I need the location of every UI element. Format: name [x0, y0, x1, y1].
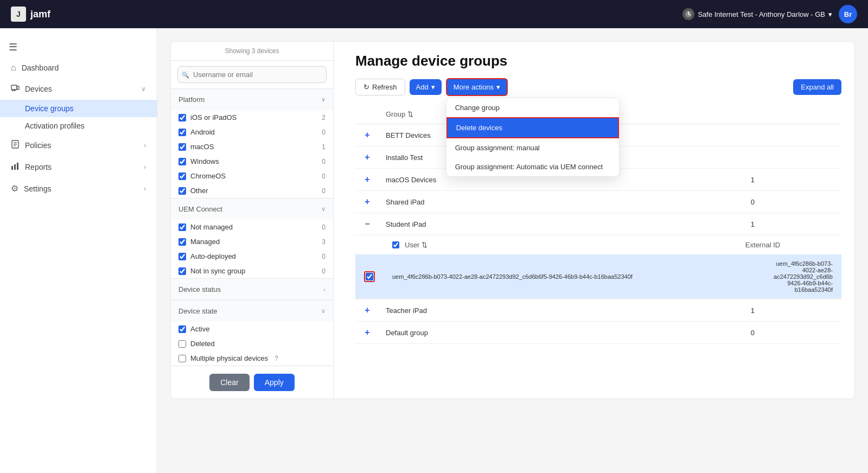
windows-checkbox[interactable] — [178, 158, 186, 165]
row-checkbox[interactable] — [366, 273, 373, 280]
dashboard-icon: ⌂ — [11, 63, 16, 73]
shared-ipad-count: 0 — [744, 191, 841, 213]
filter-not-managed: Not managed 0 — [171, 220, 333, 234]
more-actions-button[interactable]: More actions ▾ — [446, 78, 508, 96]
filter-android: Android 0 — [171, 125, 333, 139]
sidebar-item-devices[interactable]: Devices ∨ — [0, 78, 157, 100]
expand-default-group-button[interactable]: + — [362, 327, 373, 338]
help-icon[interactable]: ? — [275, 355, 278, 362]
uem-label: UEM Connect — [178, 205, 222, 213]
select-all-checkbox[interactable] — [392, 241, 399, 248]
filter-windows-label: Windows — [190, 157, 219, 165]
android-checkbox[interactable] — [178, 129, 186, 136]
clear-button[interactable]: Clear — [209, 374, 249, 391]
expand-installo-button[interactable]: + — [362, 152, 373, 163]
avatar[interactable]: Br — [839, 5, 857, 23]
filter-not-sync: Not in sync group 0 — [171, 264, 333, 278]
device-state-header[interactable]: Device state ∨ — [171, 301, 333, 322]
expand-shared-ipad-button[interactable]: + — [362, 196, 373, 207]
filter-section-platform: Platform ∨ iOS or iPadOS 2 Android 0 — [171, 89, 333, 199]
bett-devices-count — [744, 124, 841, 146]
filter-chromeos: ChromeOS 0 — [171, 169, 333, 183]
default-group-label: Default group — [379, 322, 744, 344]
topnav-left: J jamf — [11, 7, 50, 22]
platform-label: Platform — [178, 95, 205, 104]
device-state-label: Device state — [178, 307, 218, 315]
ios-checkbox[interactable] — [178, 114, 186, 122]
sidebar-item-dashboard[interactable]: ⌂ Dashboard — [0, 57, 157, 78]
sub-table: User ⇅ External ID — [355, 235, 841, 299]
apply-button[interactable]: Apply — [254, 374, 295, 391]
auto-deployed-checkbox[interactable] — [178, 253, 186, 260]
sidebar-item-reports[interactable]: Reports › — [0, 156, 157, 178]
chromeos-checkbox[interactable] — [178, 172, 186, 180]
add-chevron-icon: ▾ — [431, 83, 435, 91]
device-state-chevron-icon: ∨ — [321, 308, 326, 315]
uem-chevron-icon: ∨ — [321, 206, 326, 213]
logo[interactable]: J jamf — [11, 7, 50, 22]
org-name: Safe Internet Test - Anthony Darlow - GB — [698, 10, 825, 18]
multiple-physical-checkbox[interactable] — [178, 355, 186, 362]
filter-active: Active — [171, 322, 333, 336]
user-sort[interactable]: User ⇅ — [392, 241, 728, 249]
uem-header[interactable]: UEM Connect ∨ — [171, 199, 333, 220]
expand-teacher-ipad-button[interactable]: + — [362, 305, 373, 316]
dropdown-group-assignment-manual[interactable]: Group assignment: manual — [446, 138, 619, 157]
filter-actions: Clear Apply — [171, 366, 333, 399]
devices-icon — [11, 84, 20, 94]
table-row: + Default group 0 — [355, 322, 841, 344]
topnav-org[interactable]: Safe Internet Test - Anthony Darlow - GB… — [682, 8, 832, 20]
sub-col-external-id: External ID — [737, 235, 841, 255]
other-checkbox[interactable] — [178, 187, 186, 195]
sidebar-item-activation-profiles[interactable]: Activation profiles — [0, 117, 157, 135]
toolbar: ↻ Refresh Add ▾ More actions ▾ — [355, 78, 841, 96]
device-id-cell: uem_4f6c286b-b073-4022-ae28-ac2472293d92… — [384, 255, 737, 299]
device-status-label: Device status — [178, 285, 221, 293]
not-sync-count: 0 — [322, 267, 326, 275]
filter-other: Other 0 — [171, 183, 333, 198]
hamburger-icon[interactable]: ☰ — [0, 37, 157, 57]
sidebar-sub-label: Activation profiles — [25, 122, 85, 130]
expand-bett-button[interactable]: + — [362, 130, 373, 140]
policies-chevron-icon: › — [144, 142, 146, 149]
filter-search — [171, 61, 333, 89]
settings-chevron-icon: › — [144, 185, 146, 193]
filter-chromeos-label: ChromeOS — [190, 172, 226, 180]
add-button[interactable]: Add ▾ — [410, 79, 442, 95]
filter-search-wrap — [177, 66, 327, 83]
filter-deleted-label: Deleted — [190, 340, 215, 348]
expand-all-button[interactable]: Expand all — [793, 79, 841, 95]
dropdown-group-assignment-auto[interactable]: Group assignment: Automatic via UEM conn… — [446, 157, 619, 176]
platform-header[interactable]: Platform ∨ — [171, 89, 333, 110]
add-label: Add — [416, 83, 429, 91]
sidebar-item-policies[interactable]: Policies › — [0, 135, 157, 156]
not-sync-checkbox[interactable] — [178, 267, 186, 275]
sidebar-item-label: Dashboard — [22, 63, 59, 72]
topnav: J jamf Safe Internet Test - Anthony Darl… — [0, 0, 868, 28]
main-content: Showing 3 devices Platform ∨ iOS or iPad… — [157, 28, 868, 473]
sidebar: ☰ ⌂ Dashboard Devices ∨ Device groups Ac… — [0, 28, 157, 473]
device-status-chevron-icon: › — [323, 286, 326, 293]
search-input[interactable] — [177, 66, 327, 83]
device-status-header[interactable]: Device status › — [171, 279, 333, 300]
not-managed-count: 0 — [322, 223, 326, 231]
refresh-icon: ↻ — [363, 83, 369, 91]
refresh-button[interactable]: ↻ Refresh — [355, 79, 405, 95]
sidebar-item-settings[interactable]: ⚙ Settings › — [0, 178, 157, 199]
logo-icon: J — [11, 7, 26, 22]
expand-macos-button[interactable]: + — [362, 174, 373, 185]
teacher-ipad-label: Teacher iPad — [379, 299, 744, 322]
sidebar-item-device-groups[interactable]: Device groups — [0, 100, 157, 117]
expand-student-ipad-button[interactable]: − — [362, 219, 373, 229]
active-checkbox[interactable] — [178, 325, 186, 333]
group-col-label: Group — [386, 110, 405, 118]
teacher-ipad-count: 1 — [744, 299, 841, 322]
ios-count: 2 — [322, 114, 326, 122]
managed-checkbox[interactable] — [178, 238, 186, 246]
deleted-checkbox[interactable] — [178, 340, 186, 348]
filter-ios: iOS or iPadOS 2 — [171, 110, 333, 125]
not-managed-checkbox[interactable] — [178, 223, 186, 231]
dropdown-change-group[interactable]: Change group — [446, 98, 619, 117]
macos-checkbox[interactable] — [178, 143, 186, 151]
dropdown-delete-devices[interactable]: Delete devices — [446, 117, 619, 138]
